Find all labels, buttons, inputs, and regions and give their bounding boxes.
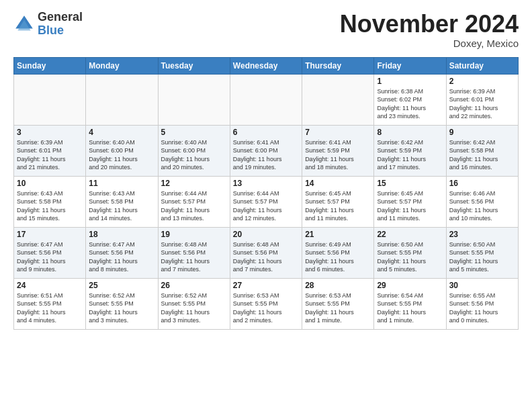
calendar-cell: 6Sunrise: 6:41 AMSunset: 6:00 PMDaylight… [230, 125, 302, 176]
day-number: 5 [161, 128, 227, 137]
day-number: 12 [161, 179, 227, 188]
calendar-cell: 17Sunrise: 6:47 AMSunset: 5:56 PMDayligh… [14, 227, 86, 278]
logo-blue: Blue [38, 24, 83, 38]
col-wednesday: Wednesday [230, 57, 302, 74]
calendar-cell: 29Sunrise: 6:54 AMSunset: 5:55 PMDayligh… [374, 278, 446, 329]
day-info: Sunrise: 6:44 AMSunset: 5:57 PMDaylight:… [233, 189, 299, 223]
calendar-cell [230, 74, 302, 125]
logo-general: General [38, 11, 83, 24]
day-number: 1 [377, 77, 443, 86]
calendar-cell: 22Sunrise: 6:50 AMSunset: 5:55 PMDayligh… [374, 227, 446, 278]
header-row: Sunday Monday Tuesday Wednesday Thursday… [14, 57, 519, 74]
day-number: 10 [17, 179, 83, 188]
day-number: 7 [305, 128, 371, 137]
calendar-week-1: 3Sunrise: 6:39 AMSunset: 6:01 PMDaylight… [14, 125, 519, 176]
day-number: 19 [161, 230, 227, 239]
day-info: Sunrise: 6:55 AMSunset: 5:56 PMDaylight:… [449, 291, 515, 325]
calendar-cell: 4Sunrise: 6:40 AMSunset: 6:00 PMDaylight… [86, 125, 158, 176]
day-number: 4 [89, 128, 154, 137]
day-number: 18 [89, 230, 154, 239]
day-info: Sunrise: 6:42 AMSunset: 5:59 PMDaylight:… [377, 138, 443, 172]
calendar-cell: 15Sunrise: 6:45 AMSunset: 5:57 PMDayligh… [374, 176, 446, 227]
logo-text: General Blue [38, 11, 83, 38]
day-info: Sunrise: 6:49 AMSunset: 5:56 PMDaylight:… [305, 240, 371, 274]
col-monday: Monday [86, 57, 158, 74]
calendar-week-0: 1Sunrise: 6:38 AMSunset: 6:02 PMDaylight… [14, 74, 519, 125]
day-number: 17 [17, 230, 83, 239]
day-info: Sunrise: 6:38 AMSunset: 6:02 PMDaylight:… [377, 87, 443, 121]
calendar-cell: 5Sunrise: 6:40 AMSunset: 6:00 PMDaylight… [158, 125, 230, 176]
day-info: Sunrise: 6:51 AMSunset: 5:55 PMDaylight:… [17, 291, 83, 325]
day-info: Sunrise: 6:45 AMSunset: 5:57 PMDaylight:… [377, 189, 443, 223]
calendar-cell: 13Sunrise: 6:44 AMSunset: 5:57 PMDayligh… [230, 176, 302, 227]
day-info: Sunrise: 6:40 AMSunset: 6:00 PMDaylight:… [89, 138, 154, 172]
calendar-cell: 25Sunrise: 6:52 AMSunset: 5:55 PMDayligh… [86, 278, 158, 329]
day-number: 6 [233, 128, 299, 137]
calendar-cell: 30Sunrise: 6:55 AMSunset: 5:56 PMDayligh… [446, 278, 518, 329]
col-saturday: Saturday [446, 57, 518, 74]
day-number: 20 [233, 230, 299, 239]
day-info: Sunrise: 6:42 AMSunset: 5:58 PMDaylight:… [449, 138, 515, 172]
calendar-cell: 7Sunrise: 6:41 AMSunset: 5:59 PMDaylight… [302, 125, 374, 176]
day-number: 2 [449, 77, 515, 86]
col-friday: Friday [374, 57, 446, 74]
day-info: Sunrise: 6:40 AMSunset: 6:00 PMDaylight:… [161, 138, 227, 172]
day-number: 22 [377, 230, 443, 239]
calendar-header: Sunday Monday Tuesday Wednesday Thursday… [14, 57, 519, 74]
calendar-cell: 3Sunrise: 6:39 AMSunset: 6:01 PMDaylight… [14, 125, 86, 176]
calendar-cell [14, 74, 86, 125]
calendar-cell: 19Sunrise: 6:48 AMSunset: 5:56 PMDayligh… [158, 227, 230, 278]
calendar-cell: 21Sunrise: 6:49 AMSunset: 5:56 PMDayligh… [302, 227, 374, 278]
title-block: November 2024 Doxey, Mexico [340, 11, 519, 49]
col-thursday: Thursday [302, 57, 374, 74]
day-number: 11 [89, 179, 154, 188]
month-title: November 2024 [340, 11, 519, 38]
day-number: 27 [233, 281, 299, 290]
logo: General Blue [13, 11, 83, 38]
col-sunday: Sunday [14, 57, 86, 74]
calendar-cell [86, 74, 158, 125]
day-number: 28 [305, 281, 371, 290]
day-info: Sunrise: 6:45 AMSunset: 5:57 PMDaylight:… [305, 189, 371, 223]
day-info: Sunrise: 6:44 AMSunset: 5:57 PMDaylight:… [161, 189, 227, 223]
day-info: Sunrise: 6:46 AMSunset: 5:56 PMDaylight:… [449, 189, 515, 223]
calendar-cell: 16Sunrise: 6:46 AMSunset: 5:56 PMDayligh… [446, 176, 518, 227]
day-info: Sunrise: 6:43 AMSunset: 5:58 PMDaylight:… [17, 189, 83, 223]
calendar-cell: 28Sunrise: 6:53 AMSunset: 5:55 PMDayligh… [302, 278, 374, 329]
day-info: Sunrise: 6:43 AMSunset: 5:58 PMDaylight:… [89, 189, 154, 223]
day-info: Sunrise: 6:47 AMSunset: 5:56 PMDaylight:… [17, 240, 83, 274]
day-number: 13 [233, 179, 299, 188]
day-info: Sunrise: 6:47 AMSunset: 5:56 PMDaylight:… [89, 240, 154, 274]
day-number: 23 [449, 230, 515, 239]
day-number: 25 [89, 281, 154, 290]
day-number: 3 [17, 128, 83, 137]
calendar-cell: 11Sunrise: 6:43 AMSunset: 5:58 PMDayligh… [86, 176, 158, 227]
day-info: Sunrise: 6:39 AMSunset: 6:01 PMDaylight:… [449, 87, 515, 121]
calendar-cell: 1Sunrise: 6:38 AMSunset: 6:02 PMDaylight… [374, 74, 446, 125]
calendar-cell [302, 74, 374, 125]
day-info: Sunrise: 6:53 AMSunset: 5:55 PMDaylight:… [233, 291, 299, 325]
header: General Blue November 2024 Doxey, Mexico [13, 11, 519, 49]
calendar-cell: 24Sunrise: 6:51 AMSunset: 5:55 PMDayligh… [14, 278, 86, 329]
day-number: 16 [449, 179, 515, 188]
day-number: 29 [377, 281, 443, 290]
day-number: 26 [161, 281, 227, 290]
day-info: Sunrise: 6:39 AMSunset: 6:01 PMDaylight:… [17, 138, 83, 172]
calendar-cell [158, 74, 230, 125]
calendar-cell: 27Sunrise: 6:53 AMSunset: 5:55 PMDayligh… [230, 278, 302, 329]
day-info: Sunrise: 6:50 AMSunset: 5:55 PMDaylight:… [377, 240, 443, 274]
day-number: 21 [305, 230, 371, 239]
calendar-cell: 18Sunrise: 6:47 AMSunset: 5:56 PMDayligh… [86, 227, 158, 278]
page: General Blue November 2024 Doxey, Mexico… [0, 0, 532, 336]
calendar-cell: 12Sunrise: 6:44 AMSunset: 5:57 PMDayligh… [158, 176, 230, 227]
calendar-cell: 10Sunrise: 6:43 AMSunset: 5:58 PMDayligh… [14, 176, 86, 227]
calendar-cell: 26Sunrise: 6:52 AMSunset: 5:55 PMDayligh… [158, 278, 230, 329]
day-info: Sunrise: 6:52 AMSunset: 5:55 PMDaylight:… [161, 291, 227, 325]
day-info: Sunrise: 6:41 AMSunset: 6:00 PMDaylight:… [233, 138, 299, 172]
day-number: 30 [449, 281, 515, 290]
calendar-week-4: 24Sunrise: 6:51 AMSunset: 5:55 PMDayligh… [14, 278, 519, 329]
day-info: Sunrise: 6:41 AMSunset: 5:59 PMDaylight:… [305, 138, 371, 172]
calendar-cell: 20Sunrise: 6:48 AMSunset: 5:56 PMDayligh… [230, 227, 302, 278]
calendar-body: 1Sunrise: 6:38 AMSunset: 6:02 PMDaylight… [14, 74, 519, 329]
col-tuesday: Tuesday [158, 57, 230, 74]
